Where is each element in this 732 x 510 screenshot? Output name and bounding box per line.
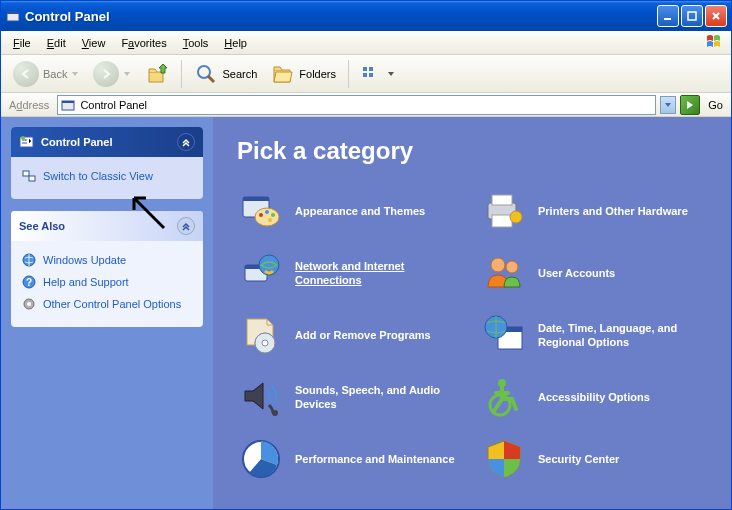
category-label: Add or Remove Programs — [295, 328, 431, 342]
category-grid: Appearance and Themes Printers and Other… — [237, 185, 707, 485]
category-label: Printers and Other Hardware — [538, 204, 688, 218]
panel-title: See Also — [19, 220, 177, 232]
separator — [348, 60, 349, 88]
go-label: Go — [704, 99, 727, 111]
control-panel-icon — [60, 97, 76, 113]
folders-button[interactable]: Folders — [265, 58, 342, 90]
address-input[interactable] — [76, 99, 653, 111]
address-label: Address — [5, 99, 53, 111]
svg-point-34 — [491, 258, 505, 272]
control-panel-panel: Control Panel Switch to Classic View — [11, 127, 203, 199]
panel-header[interactable]: Control Panel — [11, 127, 203, 157]
category-programs[interactable]: Add or Remove Programs — [237, 309, 464, 361]
back-button: Back — [7, 57, 85, 91]
forward-button — [87, 57, 137, 91]
svg-point-24 — [265, 210, 269, 214]
category-appearance[interactable]: Appearance and Themes — [237, 185, 464, 237]
network-icon — [237, 249, 285, 297]
panel-title: Control Panel — [41, 136, 177, 148]
svg-rect-3 — [688, 12, 696, 20]
category-label: Appearance and Themes — [295, 204, 425, 218]
category-accessibility[interactable]: Accessibility Options — [480, 371, 707, 423]
panel-header[interactable]: See Also — [11, 211, 203, 241]
address-dropdown-button[interactable] — [660, 96, 676, 114]
category-label: Accessibility Options — [538, 390, 650, 404]
svg-rect-6 — [369, 67, 373, 71]
window-title: Control Panel — [25, 9, 657, 24]
category-label: Network and Internet Connections — [295, 259, 464, 288]
other-options-link[interactable]: Other Control Panel Options — [21, 293, 193, 315]
sidebar: Control Panel Switch to Classic View See… — [1, 117, 213, 509]
content-area: Pick a category Appearance and Themes Pr… — [213, 117, 731, 509]
menubar: File Edit View Favorites Tools Help — [1, 31, 731, 55]
control-panel-icon — [19, 134, 35, 150]
category-sounds[interactable]: Sounds, Speech, and Audio Devices — [237, 371, 464, 423]
link-label: Help and Support — [43, 276, 129, 288]
maximize-button[interactable] — [681, 5, 703, 27]
help-support-link[interactable]: ? Help and Support — [21, 271, 193, 293]
svg-rect-8 — [369, 73, 373, 77]
window-controls — [657, 5, 727, 27]
accessibility-icon — [480, 373, 528, 421]
link-label: Windows Update — [43, 254, 126, 266]
category-users[interactable]: User Accounts — [480, 247, 707, 299]
svg-rect-1 — [7, 12, 19, 14]
up-button[interactable] — [139, 58, 175, 90]
link-label: Other Control Panel Options — [43, 298, 181, 310]
globe-icon — [21, 252, 37, 268]
cd-box-icon — [237, 311, 285, 359]
category-datetime[interactable]: Date, Time, Language, and Regional Optio… — [480, 309, 707, 361]
close-button[interactable] — [705, 5, 727, 27]
windows-update-link[interactable]: Windows Update — [21, 249, 193, 271]
panel-body: Switch to Classic View — [11, 157, 203, 199]
search-button[interactable]: Search — [188, 58, 263, 90]
menu-edit[interactable]: Edit — [39, 35, 74, 51]
category-network[interactable]: Network and Internet Connections — [237, 247, 464, 299]
switch-classic-view-link[interactable]: Switch to Classic View — [21, 165, 193, 187]
menu-file[interactable]: File — [5, 35, 39, 51]
titlebar[interactable]: Control Panel — [1, 1, 731, 31]
menu-favorites[interactable]: Favorites — [113, 35, 174, 51]
minimize-button[interactable] — [657, 5, 679, 27]
svg-rect-7 — [363, 73, 367, 77]
menu-view[interactable]: View — [74, 35, 114, 51]
category-printers[interactable]: Printers and Other Hardware — [480, 185, 707, 237]
body: Control Panel Switch to Classic View See… — [1, 117, 731, 509]
svg-rect-2 — [664, 18, 671, 20]
svg-rect-14 — [29, 176, 35, 181]
views-button[interactable] — [355, 60, 401, 88]
palette-icon — [237, 187, 285, 235]
svg-rect-28 — [492, 195, 512, 205]
category-label: User Accounts — [538, 266, 615, 280]
svg-point-35 — [506, 261, 518, 273]
svg-point-26 — [268, 218, 272, 222]
category-performance[interactable]: Performance and Maintenance — [237, 433, 464, 485]
svg-rect-5 — [363, 67, 367, 71]
users-icon — [480, 249, 528, 297]
svg-point-30 — [510, 211, 522, 223]
address-field[interactable] — [57, 95, 656, 115]
window-icon — [5, 8, 21, 24]
gear-icon — [21, 296, 37, 312]
search-label: Search — [222, 68, 257, 80]
svg-rect-10 — [62, 101, 74, 103]
category-label: Security Center — [538, 452, 619, 466]
chevron-up-icon[interactable] — [177, 217, 195, 235]
menu-tools[interactable]: Tools — [175, 35, 217, 51]
toolbar: Back Search Folders — [1, 55, 731, 93]
category-security[interactable]: Security Center — [480, 433, 707, 485]
category-label: Sounds, Speech, and Audio Devices — [295, 383, 464, 412]
see-also-panel: See Also Windows Update ? Help and Suppo… — [11, 211, 203, 327]
separator — [181, 60, 182, 88]
svg-point-19 — [27, 302, 31, 306]
speaker-icon — [237, 373, 285, 421]
chevron-up-icon[interactable] — [177, 133, 195, 151]
addressbar: Address Go — [1, 93, 731, 117]
windows-logo-icon — [701, 33, 727, 53]
go-button[interactable] — [680, 95, 700, 115]
svg-point-12 — [21, 136, 25, 140]
panel-body: Windows Update ? Help and Support Other … — [11, 241, 203, 327]
svg-point-38 — [262, 340, 268, 346]
svg-point-42 — [272, 410, 278, 416]
menu-help[interactable]: Help — [216, 35, 255, 51]
